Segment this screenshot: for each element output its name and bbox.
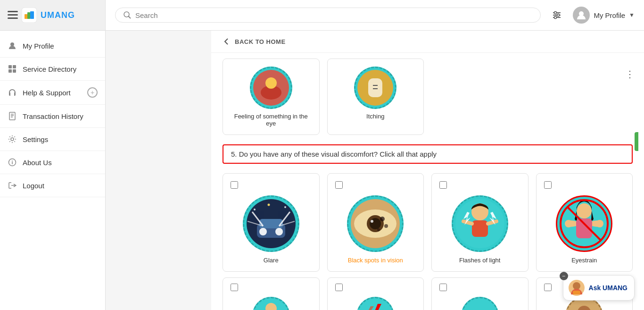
partial-card-1[interactable] — [223, 277, 320, 310]
svg-text:i: i — [11, 159, 13, 165]
checkbox-partial-1[interactable] — [231, 284, 238, 291]
svg-point-40 — [275, 228, 283, 235]
checkbox-black-spots-area[interactable] — [335, 181, 343, 191]
sidebar-label-my-profile: My Profile — [23, 42, 54, 50]
back-arrow-icon — [223, 37, 231, 46]
option-card-eyestrain[interactable]: Eyestrain — [536, 173, 633, 272]
logout-icon — [8, 181, 17, 190]
chevron-down-icon: ▼ — [629, 12, 635, 18]
svg-point-46 — [267, 204, 270, 206]
option-label-flashes: Flashes of light — [459, 257, 500, 264]
checkbox-partial-4[interactable] — [544, 284, 552, 291]
svg-line-59 — [463, 221, 472, 224]
svg-point-31 — [265, 77, 277, 89]
partial-image-2 — [356, 297, 394, 310]
info-icon: i — [8, 158, 17, 167]
svg-rect-0 — [8, 11, 18, 12]
hamburger-icon[interactable] — [8, 11, 18, 19]
svg-point-39 — [259, 228, 267, 235]
sidebar-label-settings: Settings — [23, 135, 48, 143]
options-grid: Glare Black s — [211, 168, 644, 277]
sidebar-label-about-us: About Us — [23, 159, 52, 167]
back-to-home-nav[interactable]: BACK TO HOME — [211, 31, 644, 53]
checkbox-flashes[interactable] — [439, 181, 447, 189]
svg-point-47 — [284, 206, 286, 208]
sidebar-label-help-support: Help & Support — [23, 89, 71, 97]
svg-point-55 — [377, 228, 380, 231]
card-itching-label: Itching — [366, 113, 384, 120]
umang-logo-icon — [22, 8, 37, 23]
svg-rect-8 — [8, 65, 12, 68]
option-image-eyestrain — [556, 195, 612, 252]
card-itching-image — [354, 67, 396, 109]
checkbox-glare-area[interactable] — [231, 181, 238, 191]
sidebar-label-service-directory: Service Directory — [23, 65, 76, 73]
svg-point-66 — [565, 220, 572, 227]
back-to-home-label: BACK TO HOME — [235, 38, 286, 45]
gear-icon — [8, 134, 17, 144]
empty-card-4 — [536, 59, 633, 135]
umang-logo: UMANG — [8, 8, 75, 23]
partial-card-2[interactable] — [327, 277, 424, 310]
search-bar[interactable] — [115, 8, 541, 23]
svg-point-51 — [370, 218, 381, 229]
option-card-black-spots[interactable]: Black spots in vision — [327, 173, 424, 272]
svg-point-78 — [464, 300, 495, 310]
sidebar-item-settings[interactable]: Settings — [0, 128, 105, 151]
option-label-eyestrain: Eyestrain — [571, 257, 597, 264]
sidebar-item-transaction-history[interactable]: Transaction History — [0, 105, 105, 128]
profile-area[interactable]: My Profile ▼ — [573, 7, 635, 24]
card-feeling[interactable]: Feeling of something in the eye — [223, 59, 320, 135]
checkbox-eyestrain-area[interactable] — [544, 181, 552, 191]
option-image-black-spots — [347, 195, 404, 252]
ask-umang-label: Ask UMANG — [589, 284, 627, 292]
svg-point-25 — [554, 12, 557, 14]
svg-rect-5 — [30, 11, 34, 19]
checkbox-glare[interactable] — [231, 181, 238, 189]
sidebar-label-transaction-history: Transaction History — [23, 112, 83, 120]
svg-rect-91 — [573, 291, 580, 294]
svg-point-45 — [254, 209, 256, 210]
checkbox-black-spots[interactable] — [335, 181, 343, 189]
minimize-widget-button[interactable]: − — [560, 272, 568, 280]
ask-umang-widget[interactable]: − Ask UMANG — [563, 275, 635, 301]
card-feeling-label: Feeling of something in the eye — [231, 113, 312, 127]
main-content: BACK TO HOME ⋮ Feeling of something in t… — [211, 31, 644, 310]
card-feeling-image — [250, 67, 292, 109]
sidebar-item-about-us[interactable]: i About Us — [0, 151, 105, 174]
headset-icon — [8, 88, 17, 97]
svg-rect-9 — [13, 65, 16, 68]
checkbox-partial-3[interactable] — [439, 284, 447, 291]
svg-point-54 — [384, 224, 388, 228]
search-input[interactable] — [135, 11, 533, 19]
sidebar: UMANG My Profile Service Directory Help … — [0, 0, 106, 310]
partial-card-3[interactable] — [431, 277, 528, 310]
sidebar-item-help-support[interactable]: Help & Support + — [0, 81, 105, 105]
sidebar-item-service-directory[interactable]: Service Directory — [0, 58, 105, 81]
sidebar-navigation: My Profile Service Directory Help & Supp… — [0, 31, 105, 197]
header: My Profile ▼ — [106, 0, 644, 31]
checkbox-flashes-area[interactable] — [439, 181, 447, 191]
svg-point-64 — [577, 203, 592, 218]
more-options-icon[interactable]: ⋮ — [625, 68, 635, 80]
checkbox-partial-2[interactable] — [335, 284, 343, 291]
svg-point-20 — [124, 12, 129, 17]
grid-icon — [8, 64, 17, 74]
search-icon — [123, 11, 132, 19]
help-support-expand-button[interactable]: + — [87, 87, 98, 98]
svg-line-60 — [488, 221, 496, 224]
checkbox-eyestrain[interactable] — [544, 181, 552, 189]
app-name: UMANG — [41, 10, 75, 20]
option-card-glare[interactable]: Glare — [223, 173, 320, 272]
filter-icon[interactable] — [548, 7, 565, 24]
svg-rect-33 — [368, 78, 382, 97]
sidebar-item-my-profile[interactable]: My Profile — [0, 34, 105, 58]
svg-rect-10 — [8, 69, 12, 73]
svg-point-27 — [554, 17, 557, 19]
option-card-flashes[interactable]: Flashes of light — [431, 173, 528, 272]
card-itching[interactable]: Itching — [327, 59, 424, 135]
green-accent-bar — [635, 132, 638, 151]
question-text: 5. Do you have any of these visual disco… — [231, 150, 437, 158]
svg-point-53 — [380, 217, 385, 221]
sidebar-item-logout[interactable]: Logout — [0, 174, 105, 197]
